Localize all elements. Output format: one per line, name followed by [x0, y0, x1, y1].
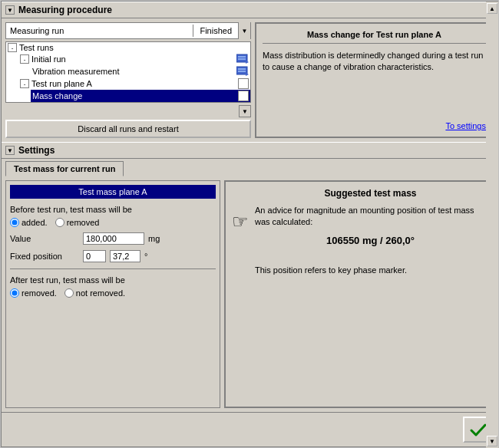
svg-rect-1: [238, 56, 246, 58]
mass-change-checkbox[interactable]: [238, 91, 249, 101]
mass-change-label: Mass change: [32, 91, 236, 100]
test-run-a-label: Test run plane A: [31, 79, 236, 88]
vibration-icon: [236, 66, 249, 77]
vibration-label: Vibration measurement: [32, 67, 234, 76]
scroll-down-btn[interactable]: ▼: [487, 436, 497, 446]
initial-run-expand[interactable]: -: [20, 54, 29, 64]
svg-rect-2: [238, 58, 246, 60]
after-removed-radio-label[interactable]: removed.: [10, 288, 57, 298]
discard-button[interactable]: Discard all runs and restart: [5, 120, 251, 138]
measuring-header: ▼ Measuring procedure: [2, 2, 497, 18]
value-label: Value: [10, 234, 79, 243]
measuring-run-label: Measuring run: [6, 25, 193, 37]
tree-test-run-a[interactable]: - Test run plane A: [18, 77, 250, 90]
settings-left-panel: Test mass plane A Before test run, test …: [5, 180, 220, 408]
tree-mass-change[interactable]: Mass change: [31, 90, 250, 102]
settings-toggle[interactable]: ▼: [5, 146, 15, 155]
bottom-bar: [2, 412, 497, 446]
tree-initial-run[interactable]: - Initial run: [18, 53, 250, 65]
settings-right-panel: ☞ Suggested test mass An advice for magn…: [224, 180, 494, 408]
status-scroll-btn[interactable]: ▼: [238, 22, 250, 39]
tree-vibration[interactable]: Vibration measurement: [31, 65, 250, 77]
suggestion-text: An advice for magnitude an mounting posi…: [255, 205, 486, 229]
added-radio-label[interactable]: added.: [10, 218, 48, 227]
measuring-toggle[interactable]: ▼: [5, 5, 15, 15]
before-label: Before test run, test mass will be: [10, 205, 216, 214]
info-title: Mass change for Test run plane A: [263, 30, 486, 44]
measuring-title: Measuring procedure: [18, 5, 112, 15]
tree-test-runs[interactable]: - Test runs: [6, 42, 250, 53]
after-radio-group: removed. not removed.: [10, 288, 216, 298]
after-label: After test run, test mass will be: [10, 275, 216, 285]
info-link[interactable]: To settings: [263, 121, 486, 130]
after-removed-label: removed.: [21, 288, 57, 298]
fixed-position-angle[interactable]: 37,2: [110, 250, 140, 262]
measuring-left-panel: Measuring run Finished ▼ - Test runs: [5, 22, 251, 138]
measuring-run-value: Finished: [193, 25, 238, 37]
removed-radio[interactable]: [55, 218, 64, 227]
value-row: Value 180,000 mg: [10, 232, 216, 245]
hand-icon: ☞: [232, 211, 249, 232]
divider: [10, 268, 216, 269]
before-radio-group: added. removed: [10, 218, 216, 227]
added-label: added.: [21, 218, 48, 227]
initial-run-icon: [236, 54, 249, 64]
test-runs-expand[interactable]: -: [8, 43, 17, 52]
settings-section: ▼ Settings Test mass for current run Tes…: [2, 142, 497, 446]
test-run-a-checkbox[interactable]: [238, 78, 249, 89]
settings-list-item[interactable]: Test mass plane A: [10, 185, 216, 199]
removed-label: removed: [67, 218, 100, 227]
value-input[interactable]: 180,000: [83, 232, 144, 245]
settings-header: ▼ Settings: [2, 142, 497, 159]
initial-run-label: Initial run: [31, 54, 234, 64]
test-run-a-expand[interactable]: -: [20, 79, 29, 88]
tab-bar: Test mass for current run: [2, 159, 497, 176]
not-removed-label: not removed.: [76, 288, 125, 298]
svg-rect-5: [238, 68, 246, 70]
tab-test-mass[interactable]: Test mass for current run: [5, 161, 124, 176]
fixed-position-label: Fixed position: [10, 252, 79, 261]
info-text: Mass distribution is determinedly change…: [263, 50, 486, 74]
value-unit: mg: [148, 234, 160, 243]
not-removed-radio[interactable]: [64, 288, 74, 298]
tree-view: - Test runs - Initial run: [5, 41, 251, 103]
status-bar: Measuring run Finished ▼: [5, 22, 251, 39]
suggestion-box: Suggested test mass An advice for magnit…: [255, 188, 486, 276]
fixed-position-value[interactable]: 0: [83, 250, 106, 262]
suggestion-title: Suggested test mass: [255, 188, 486, 199]
suggestion-note: This position refers to key phase marker…: [255, 265, 486, 276]
suggestion-value: 106550 mg / 260,0°: [255, 235, 486, 246]
after-removed-radio[interactable]: [10, 288, 19, 298]
tree-scroll-down[interactable]: ▼: [239, 105, 251, 117]
main-scrollbar: ▲ ▼: [486, 2, 498, 448]
test-runs-label: Test runs: [19, 43, 249, 52]
settings-title: Settings: [18, 145, 55, 156]
scroll-up-btn[interactable]: ▲: [487, 3, 497, 14]
measuring-section: ▼ Measuring procedure Measuring run Fini…: [2, 2, 497, 142]
info-panel: Mass change for Test run plane A Mass di…: [255, 22, 494, 138]
removed-radio-label[interactable]: removed: [55, 218, 100, 227]
fixed-position-row: Fixed position 0 37,2 °: [10, 250, 216, 262]
added-radio[interactable]: [10, 218, 19, 227]
not-removed-radio-label[interactable]: not removed.: [64, 288, 125, 298]
svg-rect-6: [238, 71, 246, 72]
fixed-position-unit: °: [144, 252, 147, 261]
